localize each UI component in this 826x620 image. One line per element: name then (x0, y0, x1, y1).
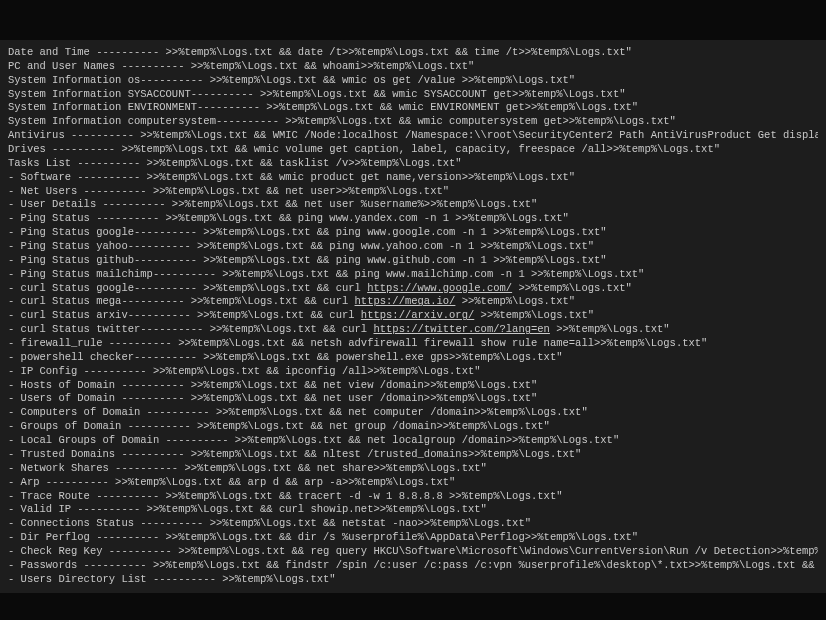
line-text: - firewall_rule ---------- >>%temp%\Logs… (8, 337, 707, 349)
terminal-line: - Check Reg Key ---------- >>%temp%\Logs… (8, 545, 818, 559)
line-text: - Users Directory List ---------- >>%tem… (8, 573, 336, 585)
line-text: - Trusted Domains ---------- >>%temp%\Lo… (8, 448, 581, 460)
line-text: >>%temp%\Logs.txt" (512, 282, 632, 294)
line-text: - curl Status twitter---------- >>%temp%… (8, 323, 373, 335)
line-text: - Arp ---------- >>%temp%\Logs.txt && ar… (8, 476, 455, 488)
terminal-line: - Ping Status google---------- >>%temp%\… (8, 226, 818, 240)
url-link[interactable]: https://arxiv.org/ (361, 309, 474, 321)
line-text: - curl Status google---------- >>%temp%\… (8, 282, 367, 294)
line-text: - Net Users ---------- >>%temp%\Logs.txt… (8, 185, 449, 197)
terminal-line: - IP Config ---------- >>%temp%\Logs.txt… (8, 365, 818, 379)
terminal-line: - Ping Status mailchimp---------- >>%tem… (8, 268, 818, 282)
terminal-line: - Local Groups of Domain ---------- >>%t… (8, 434, 818, 448)
line-text: - IP Config ---------- >>%temp%\Logs.txt… (8, 365, 481, 377)
url-link[interactable]: https://mega.io/ (355, 295, 456, 307)
line-text: - Software ---------- >>%temp%\Logs.txt … (8, 171, 575, 183)
terminal-line: - Users of Domain ---------- >>%temp%\Lo… (8, 392, 818, 406)
line-text: - Ping Status github---------- >>%temp%\… (8, 254, 607, 266)
line-text: - Computers of Domain ---------- >>%temp… (8, 406, 588, 418)
line-text: - Network Shares ---------- >>%temp%\Log… (8, 462, 487, 474)
terminal-line: Tasks List ---------- >>%temp%\Logs.txt … (8, 157, 818, 171)
terminal-line: - curl Status google---------- >>%temp%\… (8, 282, 818, 296)
line-text: - Hosts of Domain ---------- >>%temp%\Lo… (8, 379, 537, 391)
terminal-line: - Ping Status yahoo---------- >>%temp%\L… (8, 240, 818, 254)
terminal-line: System Information SYSACCOUNT---------- … (8, 88, 818, 102)
terminal-line: - Ping Status ---------- >>%temp%\Logs.t… (8, 212, 818, 226)
line-text: >>%temp%\Logs.txt" (550, 323, 670, 335)
line-text: Tasks List ---------- >>%temp%\Logs.txt … (8, 157, 462, 169)
terminal-line: System Information os---------- >>%temp%… (8, 74, 818, 88)
line-text: >>%temp%\Logs.txt" (455, 295, 575, 307)
terminal-line: - curl Status mega---------- >>%temp%\Lo… (8, 295, 818, 309)
line-text: - Valid IP ---------- >>%temp%\Logs.txt … (8, 503, 487, 515)
line-text: - Dir Perflog ---------- >>%temp%\Logs.t… (8, 531, 638, 543)
terminal-line: Antivirus ---------- >>%temp%\Logs.txt &… (8, 129, 818, 143)
line-text: - Trace Route ---------- >>%temp%\Logs.t… (8, 490, 563, 502)
line-text: >>%temp%\Logs.txt" (474, 309, 594, 321)
terminal-line: - firewall_rule ---------- >>%temp%\Logs… (8, 337, 818, 351)
terminal-line: - Passwords ---------- >>%temp%\Logs.txt… (8, 559, 818, 573)
line-text: PC and User Names ---------- >>%temp%\Lo… (8, 60, 474, 72)
terminal-line: - Groups of Domain ---------- >>%temp%\L… (8, 420, 818, 434)
terminal-line: Date and Time ---------- >>%temp%\Logs.t… (8, 46, 818, 60)
line-text: - curl Status mega---------- >>%temp%\Lo… (8, 295, 355, 307)
line-text: Antivirus ---------- >>%temp%\Logs.txt &… (8, 129, 818, 141)
terminal-line: - Network Shares ---------- >>%temp%\Log… (8, 462, 818, 476)
terminal-line: - Hosts of Domain ---------- >>%temp%\Lo… (8, 379, 818, 393)
line-text: System Information ENVIRONMENT----------… (8, 101, 638, 113)
line-text: - Ping Status google---------- >>%temp%\… (8, 226, 607, 238)
line-text: - User Details ---------- >>%temp%\Logs.… (8, 198, 537, 210)
url-link[interactable]: https://www.google.com/ (367, 282, 512, 294)
terminal-line: System Information ENVIRONMENT----------… (8, 101, 818, 115)
line-text: System Information computersystem-------… (8, 115, 676, 127)
terminal-line: - powershell checker---------- >>%temp%\… (8, 351, 818, 365)
line-text: Drives ---------- >>%temp%\Logs.txt && w… (8, 143, 720, 155)
terminal-line: - Trace Route ---------- >>%temp%\Logs.t… (8, 490, 818, 504)
line-text: - Ping Status ---------- >>%temp%\Logs.t… (8, 212, 569, 224)
line-text: System Information SYSACCOUNT---------- … (8, 88, 626, 100)
terminal-line: - Dir Perflog ---------- >>%temp%\Logs.t… (8, 531, 818, 545)
terminal-line: - User Details ---------- >>%temp%\Logs.… (8, 198, 818, 212)
line-text: - Groups of Domain ---------- >>%temp%\L… (8, 420, 550, 432)
terminal-output: Date and Time ---------- >>%temp%\Logs.t… (0, 40, 826, 593)
terminal-line: - Trusted Domains ---------- >>%temp%\Lo… (8, 448, 818, 462)
terminal-line: - Net Users ---------- >>%temp%\Logs.txt… (8, 185, 818, 199)
line-text: - Users of Domain ---------- >>%temp%\Lo… (8, 392, 537, 404)
line-text: - Passwords ---------- >>%temp%\Logs.txt… (8, 559, 818, 571)
terminal-line: - Arp ---------- >>%temp%\Logs.txt && ar… (8, 476, 818, 490)
line-text: - curl Status arxiv---------- >>%temp%\L… (8, 309, 361, 321)
line-text: - Ping Status mailchimp---------- >>%tem… (8, 268, 644, 280)
terminal-line: - Software ---------- >>%temp%\Logs.txt … (8, 171, 818, 185)
terminal-line: - Ping Status github---------- >>%temp%\… (8, 254, 818, 268)
terminal-line: - Valid IP ---------- >>%temp%\Logs.txt … (8, 503, 818, 517)
line-text: - powershell checker---------- >>%temp%\… (8, 351, 563, 363)
terminal-line: System Information computersystem-------… (8, 115, 818, 129)
terminal-line: - curl Status arxiv---------- >>%temp%\L… (8, 309, 818, 323)
line-text: - Connections Status ---------- >>%temp%… (8, 517, 531, 529)
terminal-line: - Computers of Domain ---------- >>%temp… (8, 406, 818, 420)
line-text: System Information os---------- >>%temp%… (8, 74, 575, 86)
terminal-line: - Connections Status ---------- >>%temp%… (8, 517, 818, 531)
terminal-line: - Users Directory List ---------- >>%tem… (8, 573, 818, 587)
line-text: Date and Time ---------- >>%temp%\Logs.t… (8, 46, 632, 58)
line-text: - Local Groups of Domain ---------- >>%t… (8, 434, 619, 446)
line-text: - Check Reg Key ---------- >>%temp%\Logs… (8, 545, 818, 557)
url-link[interactable]: https://twitter.com/?lang=en (373, 323, 549, 335)
terminal-line: PC and User Names ---------- >>%temp%\Lo… (8, 60, 818, 74)
line-text: - Ping Status yahoo---------- >>%temp%\L… (8, 240, 594, 252)
terminal-line: Drives ---------- >>%temp%\Logs.txt && w… (8, 143, 818, 157)
terminal-line: - curl Status twitter---------- >>%temp%… (8, 323, 818, 337)
